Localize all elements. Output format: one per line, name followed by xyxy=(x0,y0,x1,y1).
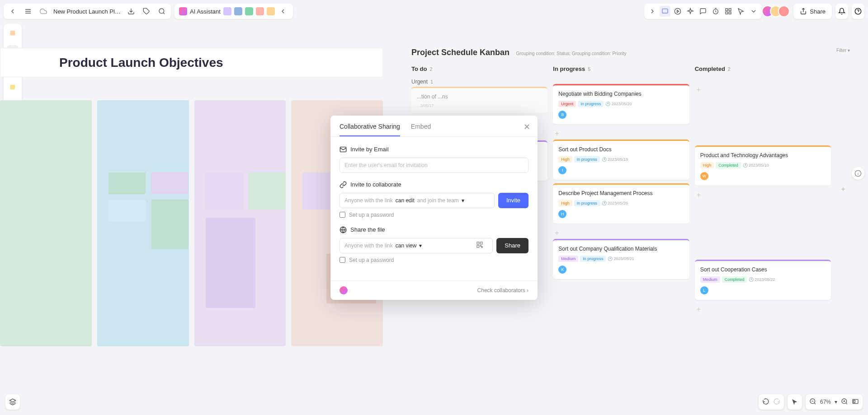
svg-rect-22 xyxy=(477,242,479,244)
svg-rect-24 xyxy=(477,245,479,247)
section-share-file: Share the file xyxy=(340,226,528,233)
close-icon[interactable]: ✕ xyxy=(524,122,530,132)
password-checkbox-1[interactable]: Set up a password xyxy=(340,212,528,218)
chevron-down-icon: ▾ xyxy=(462,197,464,204)
checkbox-input[interactable] xyxy=(340,257,345,263)
chevron-down-icon[interactable]: ▾ xyxy=(835,399,837,405)
svg-rect-23 xyxy=(481,242,483,244)
undo-redo-group xyxy=(759,394,784,410)
tab-embed[interactable]: Embed xyxy=(411,123,431,136)
zoom-out-icon[interactable] xyxy=(809,398,816,406)
share-modal: Collaborative Sharing Embed ✕ Invite by … xyxy=(330,116,538,300)
email-input[interactable] xyxy=(340,158,528,173)
link-icon xyxy=(340,181,347,188)
password-checkbox-2[interactable]: Set up a password xyxy=(340,257,528,263)
cursor-mode[interactable] xyxy=(788,394,802,410)
brand-logo-icon xyxy=(340,286,348,294)
section-invite-link: Invite to collaborate xyxy=(340,181,528,188)
share-file-button[interactable]: Share xyxy=(496,238,528,253)
modal-overlay: Collaborative Sharing Embed ✕ Invite by … xyxy=(0,0,868,415)
zoom-level[interactable]: 67% xyxy=(820,399,831,405)
modal-tabs: Collaborative Sharing Embed ✕ xyxy=(330,116,538,137)
qr-code-icon[interactable] xyxy=(476,241,485,250)
svg-rect-28 xyxy=(854,400,855,402)
tab-collaborative-sharing[interactable]: Collaborative Sharing xyxy=(340,123,400,136)
layers-button[interactable] xyxy=(5,394,20,410)
email-icon xyxy=(340,146,347,153)
minimap-icon[interactable] xyxy=(852,398,859,406)
section-invite-email: Invite by Email xyxy=(340,146,528,153)
zoom-in-icon[interactable] xyxy=(841,398,848,406)
link-permission-select[interactable]: Anyone with the link can edit and join t… xyxy=(340,193,495,208)
file-permission-select[interactable]: Anyone with the link can view ▾ xyxy=(340,238,493,253)
chevron-down-icon: ▾ xyxy=(419,242,422,249)
checkbox-input[interactable] xyxy=(340,212,345,218)
invite-button[interactable]: Invite xyxy=(498,193,528,208)
check-collaborators-link[interactable]: Check collaborators › xyxy=(477,287,528,294)
undo-icon[interactable] xyxy=(762,398,769,406)
zoom-controls: 67% ▾ xyxy=(806,394,863,410)
redo-icon[interactable] xyxy=(773,398,780,406)
globe-icon xyxy=(340,226,347,233)
